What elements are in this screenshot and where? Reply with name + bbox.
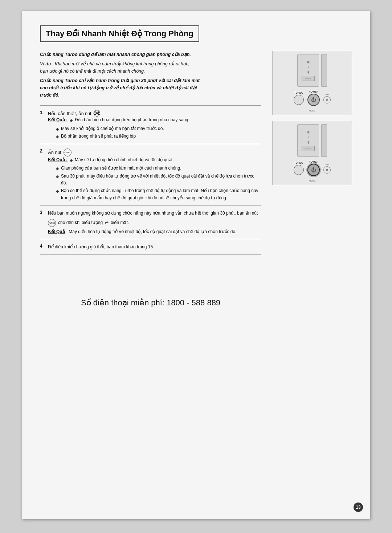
step-3-text-3: biến mất. [111,219,129,226]
step-1-result-label: Kết Quả : [48,117,68,124]
ac-side-panel-1 [321,54,327,87]
power-icon: ⏻ [94,110,100,117]
fan-icon-2: ❄ [307,141,310,145]
step-2-bullet-3-diamond: ◆ [56,174,59,187]
turbo-btn-1[interactable]: TURBO [294,91,304,105]
power-group-1: POWER ⏻ [307,90,320,106]
step-3-result-label: Kết Quả [48,228,65,235]
intro-line2: Ví dụ : Khi bạn mới về nhà và cảm thấy k… [40,60,261,75]
snowflake-icon-1: ❄ [307,60,310,64]
divider-2 [40,144,261,144]
diagram-1: ❄ 🌡 ❄ -- -- -- TURBO [272,51,352,115]
step-2-bullet-4-diamond: ◆ [56,188,59,201]
step-1-bullet-2-item: ◆ Máy sẽ khởi động ở chế độ mà bạn tắt m… [56,125,261,133]
ac-unit-1: ❄ 🌡 ❄ -- -- -- [297,54,327,87]
hr-label-2: 1HR. [324,163,330,166]
hr-circle-1: ⊙ [323,96,331,103]
ac-mode-icon-2: 🌡 [307,136,310,139]
hr-btn-2[interactable]: 1HR. ⊙ [323,163,331,174]
step-2-bullet-2-diamond: ◆ [56,166,59,172]
turbo-icon: TURBO [64,148,72,156]
hr-circle-2: ⊙ [323,166,331,174]
hr-label-1: 1HR. [324,93,330,95]
ac-mode-icon-1: 🌡 [307,66,310,69]
step-2-bullet-3: Sau 30 phút, máy điều hòa tự động trở về… [61,173,261,187]
mode-label-2: MODE [309,180,315,182]
ac-controls-1: TURBO POWER ⏻ 1HR. ⊙ [294,89,331,107]
step-1-bullet-3-diamond: ◆ [56,134,59,140]
step-2: 2 Ấn nút TURBO Kết Quả : ◆ Máy sẽ tự độn… [40,148,261,202]
step-2-bullet-4: Bạn có thể sử dụng chức năng Turbo trong… [61,187,261,201]
divider-5 [40,254,261,255]
intro-line3: Chức năng Turbo chỉ vận hành trong thời … [40,77,261,99]
turbo-label-2: TURBO [294,162,303,164]
ac-controls-2: TURBO POWER ⏻ 1HR. ⊙ [294,159,331,178]
step-2-num: 2 [40,148,45,154]
footer-phone: Số điện thoại miễn phí: 1800 - 588 889 [40,298,261,308]
intro-block: Chức năng Turbo dùng để làm mát nhanh ch… [40,51,261,99]
step-1-bullet-1-diamond: ◆ [70,117,73,124]
step-3-text-2: cho đến khi biểu tượng [58,219,103,226]
turbo-icon-2: TURBO [48,219,56,227]
ac-display-2: -- -- -- [302,146,315,151]
turbo-btn-2[interactable]: TURBO [294,162,304,175]
step-2-result-label: Kết Quả : [48,156,68,164]
diagram-2: ❄ 🌡 ❄ -- -- -- TURBO [272,121,352,185]
step-2-bullet-2-item: ◆ Gian phòng của bạn sẽ được làm mát một… [56,165,261,172]
step-1-bullet-2-diamond: ◆ [56,126,59,133]
step-3-result-text: : Máy điều hòa tự động trở về nhiệt độ, … [66,228,237,235]
step-2-result: Kết Quả : ◆ Máy sẽ tự động điều chỉnh nh… [48,156,261,202]
step-2-bullet-4-item: ◆ Bạn có thể sử dụng chức năng Turbo tro… [56,187,261,201]
page-title: Thay Đổi Nhanh Nhiệt Độ Trong Phòng [40,25,199,42]
step-3-desc: Nếu bạn muốn ngưng không sử dụng chức nă… [48,210,261,227]
right-column: ❄ 🌡 ❄ -- -- -- TURBO [272,51,352,308]
divider-1 [40,105,261,106]
step-3-arrow-icon: ⇌ [105,219,109,226]
step-2-bullet-3-item: ◆ Sau 30 phút, máy điều hòa tự động trở … [56,173,261,187]
display-text-2: -- -- -- [305,147,311,150]
step-1: 1 Nếu cần thiết, ấn nút ⏻ Kết Quả : ◆ Đè… [40,110,261,140]
power-btn-2[interactable]: ⏻ [307,164,320,176]
left-column: Chức năng Turbo dùng để làm mát nhanh ch… [40,51,261,308]
step-2-bullet-2: Gian phòng của bạn sẽ được làm mát một c… [61,165,181,172]
step-1-bullet-1: Đèn báo hiệu hoạt động trên bộ phận tron… [75,117,189,124]
hr-icon-2: ⊙ [326,168,328,171]
step-4-desc: Để điều khiển hướng gió thổi, bạn tham k… [48,244,154,251]
power-btn-1[interactable]: ⏻ [307,94,320,106]
ac-panel-1: ❄ 🌡 ❄ -- -- -- [297,54,319,87]
step-1-bullet-3: Bộ phận trong nhà sẽ phát ra tiếng bíp [61,133,136,140]
snowflake-icon-2: ❄ [307,130,310,134]
step-1-desc: Nếu cần thiết, ấn nút ⏻ [48,110,100,117]
step-1-result: Kết Quả : ◆ Đèn báo hiệu hoạt động trên … [48,117,261,140]
fan-icon-1: ❄ [307,70,310,74]
step-2-bullet-1-diamond: ◆ [70,157,73,164]
step-3-num: 3 [40,210,45,215]
step-3: 3 Nếu bạn muốn ngưng không sử dụng chức … [40,210,261,235]
mode-label-1: MODE [309,110,315,112]
ac-side-panel-2 [321,124,327,157]
hr-btn-1[interactable]: 1HR. ⊙ [323,93,331,103]
ac-display-1: -- -- -- [302,76,315,81]
divider-4 [40,239,261,239]
power-label-2: POWER [309,160,318,163]
intro-line1: Chức năng Turbo dùng để làm mát nhanh ch… [40,51,261,58]
step-1-bullet-3-item: ◆ Bộ phận trong nhà sẽ phát ra tiếng bíp [56,133,261,140]
turbo-circle-2[interactable] [294,165,304,175]
page: Thay Đổi Nhanh Nhiệt Độ Trong Phòng Chức… [22,11,370,519]
hr-icon-1: ⊙ [326,98,328,101]
power-label-1: POWER [309,90,318,93]
ac-unit-2: ❄ 🌡 ❄ -- -- -- [297,124,327,157]
step-4-num: 4 [40,244,45,249]
step-1-num: 1 [40,110,45,115]
content-area: Chức năng Turbo dùng để làm mát nhanh ch… [40,51,352,308]
power-group-2: POWER ⏻ [307,160,320,176]
display-text-1: -- -- -- [305,77,311,80]
step-3-result: Kết Quả : Máy điều hòa tự động trở về nh… [48,228,261,235]
page-number: 13 [354,503,363,512]
ac-panel-2: ❄ 🌡 ❄ -- -- -- [297,124,319,157]
step-4: 4 Để điều khiển hướng gió thổi, bạn tham… [40,244,261,251]
turbo-label-1: TURBO [294,91,303,94]
divider-3 [40,205,261,206]
step-1-bullet-2: Máy sẽ khởi động ở chế độ mà bạn tắt máy… [61,125,164,133]
turbo-circle-1[interactable] [294,95,304,105]
